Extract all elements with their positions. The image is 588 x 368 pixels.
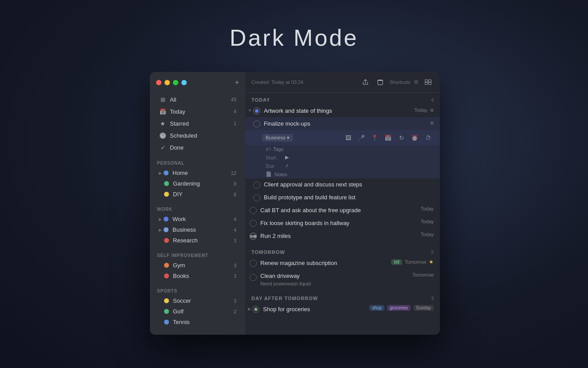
- sidebar-item-all[interactable]: ⊞ All 43: [153, 94, 243, 105]
- sidebar-item-gardening[interactable]: Gardening 8: [153, 178, 243, 189]
- share-button[interactable]: [360, 76, 371, 88]
- tomorrow-section-title: TOMORROW: [251, 249, 431, 255]
- calendar-btn[interactable]: 📅: [382, 132, 394, 143]
- shortcuts-label: Shortcuts: [390, 79, 410, 85]
- extra-button[interactable]: [181, 80, 187, 85]
- sidebar-item-scheduled-label: Scheduled: [170, 132, 236, 139]
- sidebar-item-tennis[interactable]: Tennis: [153, 317, 243, 327]
- business-color-dot: [164, 227, 169, 232]
- close-button[interactable]: [156, 80, 161, 85]
- day-after-section-title: DAY AFTER TOMORROW: [251, 296, 431, 301]
- traveling-section: TRAVELING Show: [150, 330, 245, 335]
- sidebar-item-all-count: 43: [231, 97, 236, 102]
- task-finalize[interactable]: Finalize mock-ups ≡: [245, 117, 440, 130]
- run-title: Run 2 miles: [260, 233, 291, 239]
- shortcut-key: ⌘: [414, 79, 419, 85]
- research-color-dot: [164, 238, 169, 243]
- task-shop-groceries[interactable]: ▶ $ Shop for groceries shop groceries Su…: [245, 303, 440, 316]
- sidebar-item-business[interactable]: ▶ Business 4: [153, 225, 243, 235]
- bill-tag: bill: [391, 259, 402, 265]
- tag-icon: 🏷: [266, 146, 270, 152]
- sidebar-item-today-count: 4: [234, 109, 236, 114]
- tennis-color-dot: [164, 320, 169, 324]
- sidebar-item-work[interactable]: ▶ Work 4: [153, 214, 243, 224]
- svg-rect-3: [425, 83, 427, 85]
- diy-color-dot: [164, 192, 169, 197]
- task-clean-driveway[interactable]: Clean driveway Need powerwash liquid Tom…: [245, 270, 440, 289]
- self-improvement-section: SELF IMPROVEMENT Gym 3 Books 3: [150, 249, 245, 284]
- sidebar-item-done[interactable]: ✓ Done: [153, 142, 243, 153]
- shop-circle: $: [252, 306, 259, 313]
- task-artwork[interactable]: ▼ Artwork and state of things Today ≡: [245, 104, 440, 117]
- day-after-section-count: 3: [431, 296, 434, 301]
- today-section-header: TODAY 4: [245, 93, 440, 104]
- share-icon: [362, 79, 368, 85]
- maximize-button[interactable]: [173, 80, 178, 85]
- personal-section-label: PERSONAL: [150, 158, 245, 167]
- gym-color-dot: [164, 263, 169, 268]
- sidebar-item-books[interactable]: Books 3: [153, 271, 243, 281]
- groceries-tag: groceries: [387, 305, 411, 311]
- golf-label: Golf: [173, 308, 234, 315]
- main-panel: Created: Today at 03:24 Shortcuts ⌘: [245, 72, 440, 335]
- sidebar-item-soccer[interactable]: Soccer 3: [153, 296, 243, 306]
- image-btn[interactable]: 🖼: [342, 132, 354, 143]
- work-label: Work: [172, 216, 234, 222]
- build-prototype-circle: [253, 194, 260, 202]
- sidebar-item-gym[interactable]: Gym 3: [153, 260, 243, 270]
- fix-loose-circle: [250, 220, 257, 227]
- artwork-expand-arrow: ▼: [248, 108, 252, 113]
- sidebar-item-research[interactable]: Research 3: [153, 235, 243, 245]
- finalize-menu-icon[interactable]: ≡: [430, 119, 434, 127]
- clean-date: Tomorrow: [412, 272, 434, 277]
- check-circle-icon: ✓: [159, 143, 167, 151]
- sidebar-item-golf[interactable]: Golf 2: [153, 306, 243, 317]
- run-date: Today: [421, 232, 434, 237]
- notes-label: Notes: [274, 172, 287, 177]
- diy-count: 6: [234, 192, 236, 197]
- finalize-circle: [253, 120, 260, 127]
- artwork-circle: [253, 107, 260, 115]
- personal-section: PERSONAL ▶ Home 12 Gardening 8 DIY 6: [150, 156, 245, 202]
- expand-arrow-work: ▶: [159, 217, 162, 222]
- category-tag[interactable]: Business ▾: [262, 134, 293, 142]
- sidebar-item-home[interactable]: ▶ Home 12: [153, 168, 243, 178]
- sidebar-item-scheduled[interactable]: 🕐 Scheduled: [153, 130, 243, 141]
- start-row: Start ▶: [245, 153, 440, 162]
- call-bt-title: Call BT and ask about the free upgrade: [260, 207, 361, 214]
- grid-icon: ⊞: [159, 95, 167, 103]
- due-row: Due ✓: [245, 162, 440, 170]
- sidebar-item-diy[interactable]: DIY 6: [153, 189, 243, 199]
- page-title: Dark Mode: [230, 24, 358, 51]
- repeat-btn[interactable]: ↻: [396, 132, 407, 143]
- sports-section-label: SPORTS: [150, 286, 245, 295]
- delete-button[interactable]: [375, 76, 386, 88]
- clean-title: Clean driveway: [260, 272, 412, 280]
- new-task-button[interactable]: +: [235, 79, 239, 87]
- alarm-btn[interactable]: ⏰: [409, 132, 420, 143]
- finalize-title: Finalize mock-ups: [264, 120, 310, 127]
- task-renew-magazine[interactable]: Renew magazine subscription bill Tomorro…: [245, 257, 440, 269]
- sunday-tag: Sunday: [413, 305, 434, 311]
- timer-btn[interactable]: ⏱: [422, 132, 434, 143]
- sidebar-item-today[interactable]: 📅 Today 4: [153, 106, 243, 117]
- task-run[interactable]: Run 2 miles Today: [245, 230, 440, 242]
- task-call-bt[interactable]: Call BT and ask about the free upgrade T…: [245, 204, 440, 217]
- layout-button[interactable]: [422, 76, 434, 88]
- minimize-button[interactable]: [165, 80, 170, 85]
- tennis-label: Tennis: [173, 319, 236, 325]
- sidebar-item-starred[interactable]: ★ Starred 1: [153, 118, 243, 129]
- artwork-menu-icon[interactable]: ≡: [430, 107, 434, 114]
- task-client-approval[interactable]: Client approval and discuss next steps: [245, 178, 440, 191]
- call-bt-date: Today: [421, 206, 434, 211]
- today-section-count: 4: [431, 97, 434, 103]
- mic-btn[interactable]: 🎤: [356, 132, 367, 143]
- gardening-color-dot: [164, 181, 169, 186]
- notes-icon: 📄: [266, 171, 272, 177]
- due-value: ✓: [285, 163, 289, 169]
- build-prototype-title: Build prototype and build feature list: [264, 194, 356, 202]
- svg-rect-1: [425, 80, 427, 82]
- location-btn[interactable]: 📍: [369, 132, 380, 143]
- task-build-prototype[interactable]: Build prototype and build feature list: [245, 191, 440, 204]
- task-fix-loose[interactable]: Fix loose skirting boards in hallway Tod…: [245, 217, 440, 230]
